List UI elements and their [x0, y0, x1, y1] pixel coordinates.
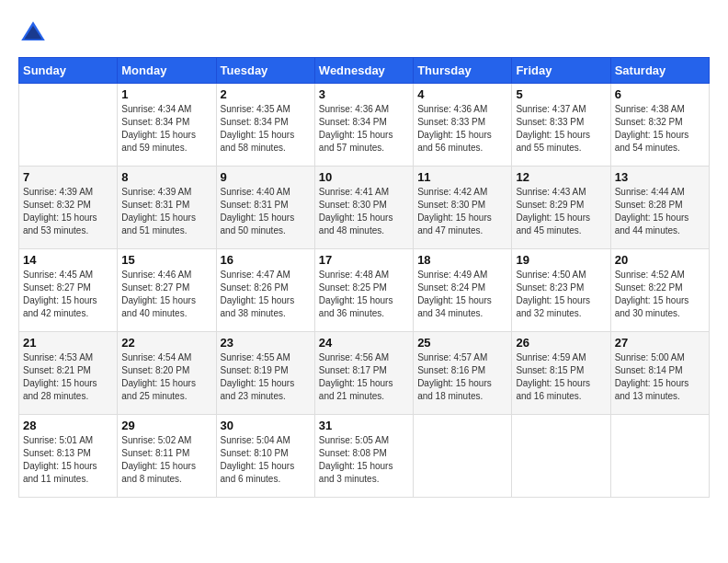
- day-number: 9: [221, 170, 311, 184]
- day-number: 30: [221, 419, 311, 432]
- calendar-cell: 19Sunrise: 4:50 AM Sunset: 8:23 PM Dayli…: [512, 249, 610, 332]
- calendar-header-row: SundayMondayTuesdayWednesdayThursdayFrid…: [19, 58, 710, 84]
- day-number: 16: [221, 253, 311, 267]
- day-number: 4: [417, 87, 507, 101]
- logo-icon: [18, 18, 48, 48]
- calendar-day-header: Friday: [512, 58, 610, 84]
- day-info: Sunrise: 4:48 AM Sunset: 8:25 PM Dayligh…: [319, 269, 409, 320]
- day-number: 15: [121, 253, 211, 267]
- day-info: Sunrise: 4:49 AM Sunset: 8:24 PM Dayligh…: [417, 269, 507, 320]
- calendar-cell: 1Sunrise: 4:34 AM Sunset: 8:34 PM Daylig…: [118, 84, 216, 167]
- page-header: [18, 18, 710, 48]
- calendar-day-header: Thursday: [414, 58, 512, 84]
- day-number: 11: [417, 170, 507, 184]
- day-number: 22: [121, 336, 211, 350]
- calendar-cell: 8Sunrise: 4:39 AM Sunset: 8:31 PM Daylig…: [118, 167, 216, 249]
- calendar-cell: 7Sunrise: 4:39 AM Sunset: 8:32 PM Daylig…: [19, 167, 118, 249]
- day-number: 6: [615, 87, 705, 101]
- calendar-cell: 23Sunrise: 4:55 AM Sunset: 8:19 PM Dayli…: [216, 332, 314, 415]
- calendar-cell: 4Sunrise: 4:36 AM Sunset: 8:33 PM Daylig…: [414, 84, 512, 167]
- calendar-cell: 20Sunrise: 4:52 AM Sunset: 8:22 PM Dayli…: [610, 249, 709, 332]
- calendar-body: 1Sunrise: 4:34 AM Sunset: 8:34 PM Daylig…: [19, 84, 710, 498]
- day-info: Sunrise: 4:41 AM Sunset: 8:30 PM Dayligh…: [319, 186, 409, 237]
- day-info: Sunrise: 4:55 AM Sunset: 8:19 PM Dayligh…: [221, 351, 311, 403]
- calendar-week-row: 28Sunrise: 5:01 AM Sunset: 8:13 PM Dayli…: [19, 415, 710, 498]
- day-info: Sunrise: 4:38 AM Sunset: 8:32 PM Dayligh…: [615, 103, 705, 155]
- day-info: Sunrise: 4:46 AM Sunset: 8:27 PM Dayligh…: [121, 269, 211, 320]
- day-number: 5: [516, 87, 606, 101]
- day-info: Sunrise: 4:35 AM Sunset: 8:34 PM Dayligh…: [221, 103, 311, 155]
- day-number: 2: [221, 87, 311, 101]
- day-number: 14: [23, 253, 113, 267]
- calendar-cell: 27Sunrise: 5:00 AM Sunset: 8:14 PM Dayli…: [610, 332, 709, 415]
- day-number: 8: [121, 170, 211, 184]
- day-number: 21: [23, 336, 113, 350]
- day-info: Sunrise: 4:45 AM Sunset: 8:27 PM Dayligh…: [23, 269, 113, 320]
- calendar-cell: 21Sunrise: 4:53 AM Sunset: 8:21 PM Dayli…: [19, 332, 118, 415]
- calendar-week-row: 1Sunrise: 4:34 AM Sunset: 8:34 PM Daylig…: [19, 84, 710, 167]
- calendar-cell: 6Sunrise: 4:38 AM Sunset: 8:32 PM Daylig…: [610, 84, 709, 167]
- day-number: 29: [121, 419, 211, 432]
- day-info: Sunrise: 4:47 AM Sunset: 8:26 PM Dayligh…: [221, 269, 311, 320]
- calendar-cell: 3Sunrise: 4:36 AM Sunset: 8:34 PM Daylig…: [314, 84, 413, 167]
- calendar-cell: [19, 84, 118, 167]
- day-number: 20: [615, 253, 705, 267]
- day-info: Sunrise: 4:39 AM Sunset: 8:31 PM Dayligh…: [121, 186, 211, 237]
- calendar-cell: [610, 415, 709, 498]
- day-info: Sunrise: 4:56 AM Sunset: 8:17 PM Dayligh…: [319, 351, 409, 403]
- day-info: Sunrise: 4:36 AM Sunset: 8:34 PM Dayligh…: [319, 103, 409, 155]
- day-info: Sunrise: 4:42 AM Sunset: 8:30 PM Dayligh…: [417, 186, 507, 237]
- day-info: Sunrise: 5:05 AM Sunset: 8:08 PM Dayligh…: [319, 434, 409, 486]
- day-number: 18: [417, 253, 507, 267]
- calendar-cell: 17Sunrise: 4:48 AM Sunset: 8:25 PM Dayli…: [314, 249, 413, 332]
- calendar-cell: 14Sunrise: 4:45 AM Sunset: 8:27 PM Dayli…: [19, 249, 118, 332]
- calendar-week-row: 7Sunrise: 4:39 AM Sunset: 8:32 PM Daylig…: [19, 167, 710, 249]
- day-info: Sunrise: 4:39 AM Sunset: 8:32 PM Dayligh…: [23, 186, 113, 237]
- day-number: 12: [516, 170, 606, 184]
- day-info: Sunrise: 5:04 AM Sunset: 8:10 PM Dayligh…: [221, 434, 311, 486]
- calendar-cell: [512, 415, 610, 498]
- day-info: Sunrise: 4:57 AM Sunset: 8:16 PM Dayligh…: [417, 351, 507, 403]
- logo: [18, 18, 51, 48]
- day-number: 19: [516, 253, 606, 267]
- calendar-cell: 12Sunrise: 4:43 AM Sunset: 8:29 PM Dayli…: [512, 167, 610, 249]
- day-number: 7: [23, 170, 113, 184]
- day-info: Sunrise: 4:44 AM Sunset: 8:28 PM Dayligh…: [615, 186, 705, 237]
- calendar-week-row: 21Sunrise: 4:53 AM Sunset: 8:21 PM Dayli…: [19, 332, 710, 415]
- day-info: Sunrise: 4:50 AM Sunset: 8:23 PM Dayligh…: [516, 269, 606, 320]
- day-number: 3: [319, 87, 409, 101]
- calendar-cell: 2Sunrise: 4:35 AM Sunset: 8:34 PM Daylig…: [216, 84, 314, 167]
- day-info: Sunrise: 4:37 AM Sunset: 8:33 PM Dayligh…: [516, 103, 606, 155]
- calendar-cell: 16Sunrise: 4:47 AM Sunset: 8:26 PM Dayli…: [216, 249, 314, 332]
- calendar-day-header: Saturday: [610, 58, 709, 84]
- day-number: 1: [121, 87, 211, 101]
- day-info: Sunrise: 5:00 AM Sunset: 8:14 PM Dayligh…: [615, 351, 705, 403]
- calendar-cell: 9Sunrise: 4:40 AM Sunset: 8:31 PM Daylig…: [216, 167, 314, 249]
- day-number: 27: [615, 336, 705, 350]
- day-info: Sunrise: 4:54 AM Sunset: 8:20 PM Dayligh…: [121, 351, 211, 403]
- day-number: 10: [319, 170, 409, 184]
- day-info: Sunrise: 4:43 AM Sunset: 8:29 PM Dayligh…: [516, 186, 606, 237]
- calendar-cell: 11Sunrise: 4:42 AM Sunset: 8:30 PM Dayli…: [414, 167, 512, 249]
- day-info: Sunrise: 4:34 AM Sunset: 8:34 PM Dayligh…: [121, 103, 211, 155]
- day-number: 13: [615, 170, 705, 184]
- calendar-cell: 10Sunrise: 4:41 AM Sunset: 8:30 PM Dayli…: [314, 167, 413, 249]
- calendar-day-header: Monday: [118, 58, 216, 84]
- calendar-cell: 22Sunrise: 4:54 AM Sunset: 8:20 PM Dayli…: [118, 332, 216, 415]
- calendar-cell: 5Sunrise: 4:37 AM Sunset: 8:33 PM Daylig…: [512, 84, 610, 167]
- calendar-cell: 13Sunrise: 4:44 AM Sunset: 8:28 PM Dayli…: [610, 167, 709, 249]
- calendar-cell: 24Sunrise: 4:56 AM Sunset: 8:17 PM Dayli…: [314, 332, 413, 415]
- day-info: Sunrise: 4:36 AM Sunset: 8:33 PM Dayligh…: [417, 103, 507, 155]
- day-info: Sunrise: 4:52 AM Sunset: 8:22 PM Dayligh…: [615, 269, 705, 320]
- calendar-table: SundayMondayTuesdayWednesdayThursdayFrid…: [18, 57, 710, 498]
- calendar-day-header: Sunday: [19, 58, 118, 84]
- day-info: Sunrise: 5:01 AM Sunset: 8:13 PM Dayligh…: [23, 434, 113, 486]
- calendar-day-header: Wednesday: [314, 58, 413, 84]
- calendar-day-header: Tuesday: [216, 58, 314, 84]
- day-info: Sunrise: 5:02 AM Sunset: 8:11 PM Dayligh…: [121, 434, 211, 486]
- day-number: 24: [319, 336, 409, 350]
- calendar-cell: 18Sunrise: 4:49 AM Sunset: 8:24 PM Dayli…: [414, 249, 512, 332]
- day-info: Sunrise: 4:40 AM Sunset: 8:31 PM Dayligh…: [221, 186, 311, 237]
- day-number: 26: [516, 336, 606, 350]
- calendar-cell: 29Sunrise: 5:02 AM Sunset: 8:11 PM Dayli…: [118, 415, 216, 498]
